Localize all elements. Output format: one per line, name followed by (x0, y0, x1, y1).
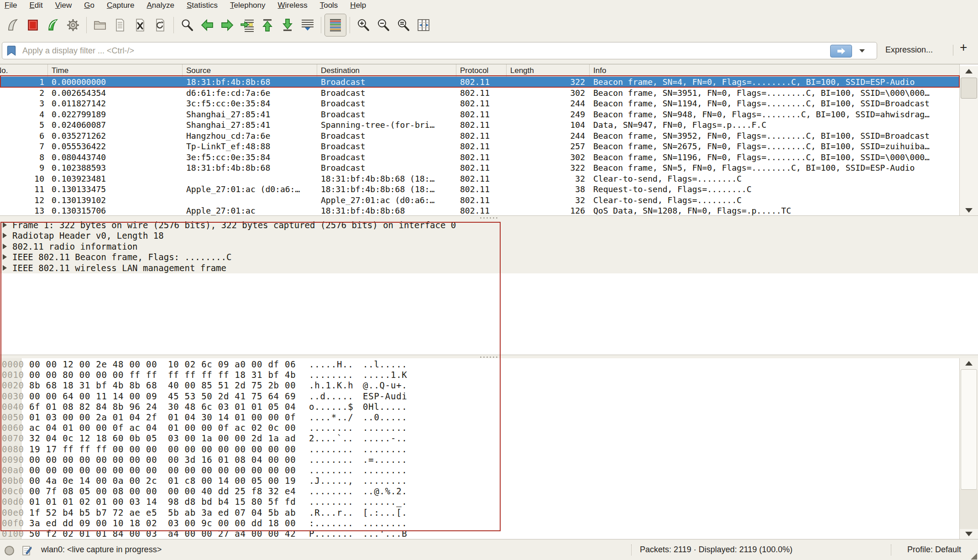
go-last-packet-button[interactable] (277, 15, 298, 36)
scrollbar-thumb[interactable] (961, 369, 977, 490)
column-header-source[interactable]: Source (183, 64, 317, 77)
hex-row[interactable]: 009000 00 00 00 00 00 00 0000 3d 16 01 0… (0, 455, 960, 465)
menu-statistics[interactable]: Statistics (187, 1, 218, 10)
packet-row[interactable]: 80.0804437403e:f5:cc:0e:35:84Broadcast80… (0, 152, 960, 163)
expander-triangle-icon[interactable] (3, 233, 7, 238)
menu-analyze[interactable]: Analyze (146, 1, 174, 10)
go-first-packet-button[interactable] (257, 15, 277, 36)
packet-list-scrollbar[interactable] (959, 66, 978, 216)
hex-row[interactable]: 00f03a ed dd 09 00 10 18 0203 00 9c 00 0… (0, 518, 960, 529)
reload-file-button[interactable] (150, 15, 170, 36)
hex-scrollbar[interactable] (959, 358, 978, 539)
open-file-button[interactable] (90, 15, 110, 36)
packet-row[interactable]: 60.035271262Hangzhou_cd:7a:6eBroadcast80… (0, 131, 960, 141)
scroll-down-arrow[interactable] (960, 529, 978, 539)
save-file-button[interactable] (110, 15, 130, 36)
expert-info-icon[interactable] (5, 546, 14, 555)
colorize-packets-button[interactable] (324, 14, 346, 37)
column-header-no[interactable]: No. (0, 64, 48, 77)
hex-row[interactable]: 00e01f 52 b4 b5 b7 72 ae e55b ab 3a ed 0… (0, 508, 960, 518)
menu-wireless[interactable]: Wireless (278, 1, 308, 10)
packet-row[interactable]: 20.002654354d6:61:fe:cd:7a:6eBroadcast80… (0, 88, 960, 99)
close-file-button[interactable] (130, 15, 150, 36)
column-header-length[interactable]: Length (507, 64, 590, 77)
window-resize-grip[interactable] (971, 553, 977, 560)
hex-row[interactable]: 001000 00 80 00 00 00 ff ffff ff ff ff 1… (0, 370, 960, 380)
display-filter-input[interactable] (21, 43, 826, 58)
expander-triangle-icon[interactable] (3, 254, 7, 260)
packet-row[interactable]: 120.130139102Apple_27:01:ac (d0:a6:…802.… (0, 195, 960, 206)
stop-capture-button[interactable] (23, 15, 43, 36)
menu-edit[interactable]: Edit (29, 1, 42, 10)
menu-capture[interactable]: Capture (107, 1, 134, 10)
packet-row[interactable]: 30.0118271423c:f5:cc:0e:35:84Broadcast80… (0, 98, 960, 109)
packet-row[interactable]: 70.055536422Tp-LinkT_ef:48:88Broadcast80… (0, 141, 960, 152)
splitter-grip[interactable] (479, 356, 499, 358)
detail-row[interactable]: Frame 1: 322 bytes on wire (2576 bits), … (0, 220, 978, 230)
menu-telephony[interactable]: Telephony (230, 1, 266, 10)
scroll-up-arrow[interactable] (960, 66, 978, 76)
hex-row[interactable]: 00c000 7f 08 05 00 08 00 0000 00 40 dd 2… (0, 486, 960, 497)
expression-button[interactable]: Expression... (885, 45, 933, 55)
go-forward-button[interactable] (217, 15, 237, 36)
capture-comment-icon[interactable] (22, 545, 32, 556)
start-capture-button[interactable] (3, 15, 23, 36)
zoom-out-button[interactable] (373, 15, 393, 36)
hex-row[interactable]: 005001 03 00 00 2a 01 04 2f01 04 30 14 0… (0, 412, 960, 423)
column-header-info[interactable]: Info (590, 64, 960, 77)
scroll-up-arrow[interactable] (960, 358, 978, 368)
detail-row[interactable]: Radiotap Header v0, Length 18 (0, 230, 978, 241)
zoom-reset-button[interactable] (393, 15, 413, 36)
resize-columns-button[interactable] (413, 15, 434, 36)
detail-row[interactable]: IEEE 802.11 Beacon frame, Flags: .......… (0, 252, 978, 263)
hex-row[interactable]: 0060ac 04 01 00 00 0f ac 0401 00 00 0f a… (0, 423, 960, 433)
packet-row[interactable]: 40.022799189Shanghai_27:85:41Broadcast80… (0, 109, 960, 120)
packet-row[interactable]: 110.130133475Apple_27:01:ac (d0:a6:…18:3… (0, 184, 960, 195)
packet-row[interactable]: 100.10392348118:31:bf:4b:8b:68 (18:…802.… (0, 173, 960, 184)
zoom-in-button[interactable] (353, 15, 373, 36)
expander-triangle-icon[interactable] (3, 265, 7, 271)
go-to-packet-button[interactable] (237, 15, 257, 36)
capture-options-button[interactable] (63, 15, 83, 36)
hex-row[interactable]: 010050 f2 02 01 01 84 00 03a4 00 00 27 a… (0, 529, 960, 539)
menu-view[interactable]: View (55, 1, 72, 10)
packet-row[interactable]: 10.00000000018:31:bf:4b:8b:68Broadcast80… (0, 77, 960, 88)
column-header-protocol[interactable]: Protocol (456, 64, 507, 77)
splitter-grip[interactable] (479, 217, 499, 219)
expander-triangle-icon[interactable] (3, 222, 7, 228)
hex-row[interactable]: 007032 04 0c 12 18 60 0b 0503 00 1a 00 0… (0, 433, 960, 444)
bookmark-icon[interactable] (7, 45, 17, 56)
hex-row[interactable]: 00406f 01 08 82 84 8b 96 2430 48 6c 03 0… (0, 402, 960, 412)
profile-text[interactable]: Profile: Default (907, 545, 961, 555)
detail-text: IEEE 802.11 wireless LAN management fram… (12, 263, 226, 273)
hex-row[interactable]: 00b000 4a 0e 14 00 0a 00 2c01 c8 00 14 0… (0, 476, 960, 486)
menu-tools[interactable]: Tools (320, 1, 338, 10)
scrollbar-trough[interactable] (960, 489, 978, 529)
go-back-button[interactable] (197, 15, 217, 36)
packet-row[interactable]: 90.10238859318:31:bf:4b:8b:68Broadcast80… (0, 162, 960, 173)
menu-go[interactable]: Go (84, 1, 94, 10)
menu-help[interactable]: Help (350, 1, 366, 10)
hex-row[interactable]: 000000 00 12 00 2e 48 00 0010 02 6c 09 a… (0, 359, 960, 370)
restart-capture-button[interactable] (43, 15, 63, 36)
detail-row[interactable]: IEEE 802.11 wireless LAN management fram… (0, 262, 978, 273)
packet-row[interactable]: 50.024060087Shanghai_27:85:41Spanning-tr… (0, 120, 960, 131)
add-filter-button[interactable]: + (960, 40, 967, 55)
auto-scroll-button[interactable] (298, 15, 318, 36)
find-packet-button[interactable] (177, 15, 197, 36)
scrollbar-thumb[interactable] (961, 78, 977, 99)
hex-row[interactable]: 00a000 00 00 00 00 00 00 0000 00 00 00 0… (0, 465, 960, 476)
filter-dropdown-caret[interactable] (859, 49, 865, 52)
expander-triangle-icon[interactable] (3, 244, 7, 249)
hex-row[interactable]: 00d001 01 01 02 01 00 03 1498 d8 bd b4 1… (0, 497, 960, 507)
hex-row[interactable]: 003000 00 64 00 11 14 00 0945 53 50 2d 4… (0, 391, 960, 402)
menu-file[interactable]: File (5, 1, 17, 10)
column-header-destination[interactable]: Destination (317, 64, 456, 77)
scroll-down-arrow[interactable] (960, 205, 978, 215)
packet-row[interactable]: 130.130315706Apple_27:01:ac18:31:bf:4b:8… (0, 205, 960, 216)
hex-row[interactable]: 008019 17 ff ff ff 00 00 0000 00 00 00 0… (0, 444, 960, 455)
column-header-time[interactable]: Time (48, 64, 183, 77)
detail-row[interactable]: 802.11 radio information (0, 241, 978, 252)
apply-filter-button[interactable] (830, 45, 852, 58)
hex-row[interactable]: 00208b 68 18 31 bf 4b 8b 6840 00 85 51 2… (0, 380, 960, 391)
